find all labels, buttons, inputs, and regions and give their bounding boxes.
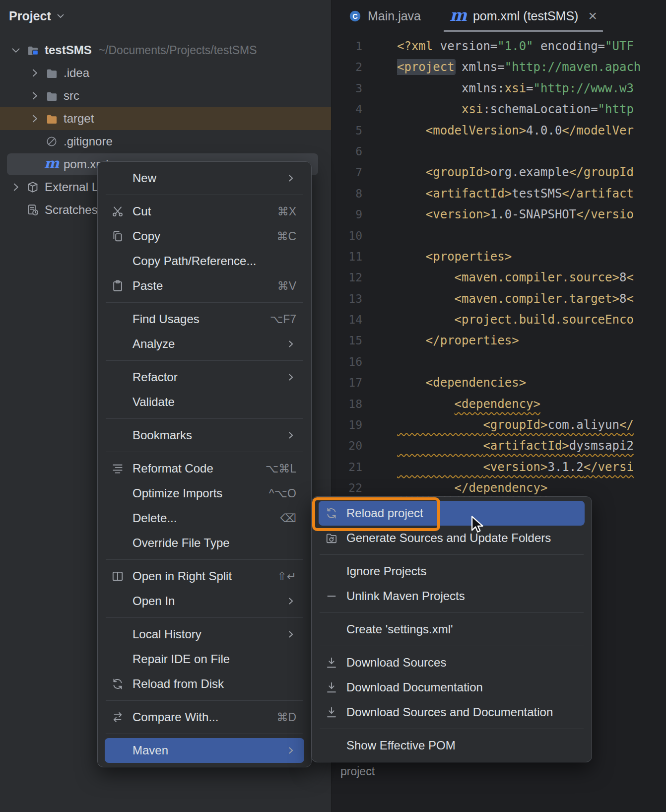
tree-row-gitignore[interactable]: .gitignore (0, 130, 331, 153)
maven-submenu-item-download-documentation[interactable]: Download Documentation (319, 675, 585, 700)
code-token (397, 292, 455, 306)
code-line[interactable]: </properties> (397, 330, 666, 351)
menu-item-shortcut: ⌫ (280, 512, 296, 525)
code-line[interactable]: <project xmlns="http://maven.apach (397, 57, 666, 77)
tree-row-src[interactable]: src (0, 84, 331, 107)
tab-pom-xml[interactable]: mpom.xml (testSMS)× (443, 0, 604, 32)
code-line[interactable] (397, 141, 666, 162)
code-line[interactable]: <modelVersion>4.0.0</modelVer (397, 120, 666, 141)
code-token: </modelVer (562, 124, 634, 137)
code-token (397, 376, 426, 390)
context-menu-item-local-history[interactable]: Local History (105, 622, 304, 647)
submenu-arrow-icon (285, 430, 296, 441)
chevron-down-icon[interactable] (55, 10, 66, 21)
project-panel-title[interactable]: Project (9, 9, 51, 23)
tree-row-testsms[interactable]: testSMS~/Documents/Projects/testSMS (0, 39, 331, 62)
code-line[interactable]: <project.build.sourceEnco (397, 309, 666, 330)
close-icon[interactable]: × (588, 8, 597, 23)
reload-icon-slot (324, 507, 339, 520)
maven-file-icon: m (44, 156, 60, 171)
code-line[interactable]: <?xml version="1.0" encoding="UTF (397, 36, 666, 57)
context-menu-item-find-usages[interactable]: Find Usages⌥F7 (105, 307, 304, 332)
tree-icon-slot (43, 67, 61, 80)
code-token: < (626, 292, 633, 306)
context-menu-item-cut[interactable]: Cut⌘X (105, 199, 304, 224)
context-menu-item-copy[interactable]: Copy⌘C (105, 224, 304, 249)
context-menu-item-validate[interactable]: Validate (105, 390, 304, 414)
breadcrumb-project[interactable]: project (340, 765, 375, 778)
code-token: <project (397, 60, 455, 74)
unlink-icon (325, 590, 338, 603)
context-menu-item-open-in-right-split[interactable]: Open in Right Split⇧↵ (105, 564, 304, 589)
svg-text:C: C (352, 12, 358, 20)
context-menu-item-repair-ide-on-file[interactable]: Repair IDE on File (105, 647, 304, 672)
expand-toggle[interactable] (27, 89, 43, 102)
maven-submenu-item-show-effective-pom[interactable]: Show Effective POM (319, 733, 585, 758)
context-menu-item-reformat-code[interactable]: Reformat Code⌥⌘L (105, 456, 304, 481)
context-menu-item-optimize-imports[interactable]: Optimize Imports^⌥O (105, 481, 304, 506)
folder-icon (45, 89, 59, 103)
maven-submenu-item-create-settings-xml[interactable]: Create 'settings.xml' (319, 617, 585, 642)
code-line[interactable]: <dependencies> (397, 372, 666, 393)
expand-toggle[interactable] (27, 67, 43, 79)
menu-separator (320, 646, 584, 646)
code-line[interactable]: <version>1.0-SNAPSHOT</versio (397, 204, 666, 225)
menu-item-shortcut: ⌘X (277, 205, 296, 218)
context-menu-item-override-file-type[interactable]: Override File Type (105, 531, 304, 555)
code-token (397, 271, 455, 284)
tree-icon-slot (24, 44, 42, 57)
code-line[interactable] (397, 351, 666, 372)
tree-row-idea[interactable]: .idea (0, 62, 331, 84)
context-menu-item-open-in[interactable]: Open In (105, 589, 304, 613)
maven-submenu: Reload projectGenerate Sources and Updat… (311, 496, 592, 762)
expand-toggle[interactable] (8, 181, 24, 194)
code-line[interactable]: <version>3.1.2</versi (397, 457, 666, 477)
context-menu-item-refactor[interactable]: Refactor (105, 365, 304, 390)
context-menu-item-analyze[interactable]: Analyze (105, 332, 304, 356)
tab-main-java[interactable]: CMain.java (341, 0, 428, 32)
context-menu-item-copy-path-reference[interactable]: Copy Path/Reference... (105, 249, 304, 273)
maven-submenu-item-reload-project[interactable]: Reload project (319, 501, 585, 526)
code-line[interactable]: <artifactId>testSMS</artifact (397, 183, 666, 204)
menu-item-label: Open in Right Split (133, 569, 263, 583)
code-line[interactable]: <groupId>org.example</groupId (397, 162, 666, 183)
code-line[interactable]: xmlns:xsi="http://www.w3 (397, 78, 666, 99)
expand-toggle[interactable] (8, 44, 24, 57)
maven-submenu-item-download-sources-and-documentation[interactable]: Download Sources and Documentation (319, 700, 585, 725)
code-line[interactable]: <properties> (397, 246, 666, 267)
context-menu-item-new[interactable]: New (105, 166, 304, 191)
context-menu-item-compare-with[interactable]: Compare With...⌘D (105, 705, 304, 730)
chevron-right-icon[interactable] (9, 181, 22, 194)
maven-submenu-item-ignore-projects[interactable]: Ignore Projects (319, 559, 585, 584)
maven-submenu-item-download-sources[interactable]: Download Sources (319, 650, 585, 675)
menu-separator (106, 452, 303, 452)
context-menu-item-paste[interactable]: Paste⌘V (105, 273, 304, 298)
code-line[interactable]: <artifactId>dysmsapi2 (397, 435, 666, 456)
expand-toggle[interactable] (27, 112, 43, 125)
chevron-down-icon[interactable] (9, 44, 22, 57)
paste-icon (111, 279, 124, 292)
menu-item-label: Unlink Maven Projects (346, 589, 577, 603)
code-line[interactable]: <maven.compiler.target>8< (397, 288, 666, 309)
tree-row-target[interactable]: target (0, 107, 331, 130)
line-number: 18 (332, 394, 362, 414)
code-line[interactable]: <groupId>com.aliyun</ (397, 414, 666, 435)
submenu-arrow (285, 173, 296, 184)
code-line[interactable]: </dependency> (397, 477, 666, 498)
code-line[interactable]: xsi:schemaLocation="http (397, 99, 666, 120)
chevron-right-icon[interactable] (28, 67, 41, 79)
context-menu-item-bookmarks[interactable]: Bookmarks (105, 423, 304, 448)
chevron-right-icon[interactable] (28, 89, 41, 102)
context-menu-item-delete[interactable]: Delete...⌫ (105, 506, 304, 531)
maven-submenu-item-unlink-maven-projects[interactable]: Unlink Maven Projects (319, 584, 585, 609)
menu-item-label: Refactor (133, 370, 271, 384)
code-line[interactable]: <maven.compiler.source>8< (397, 267, 666, 288)
maven-submenu-item-generate-sources-and-update-folders[interactable]: Generate Sources and Update Folders (319, 526, 585, 550)
menu-separator (320, 612, 584, 613)
context-menu-item-maven[interactable]: Maven (105, 738, 304, 763)
chevron-right-icon[interactable] (28, 112, 41, 125)
code-line[interactable] (397, 225, 666, 246)
code-token: <properties> (426, 250, 512, 264)
code-line[interactable]: <dependency> (397, 394, 666, 414)
context-menu-item-reload-from-disk[interactable]: Reload from Disk (105, 672, 304, 696)
